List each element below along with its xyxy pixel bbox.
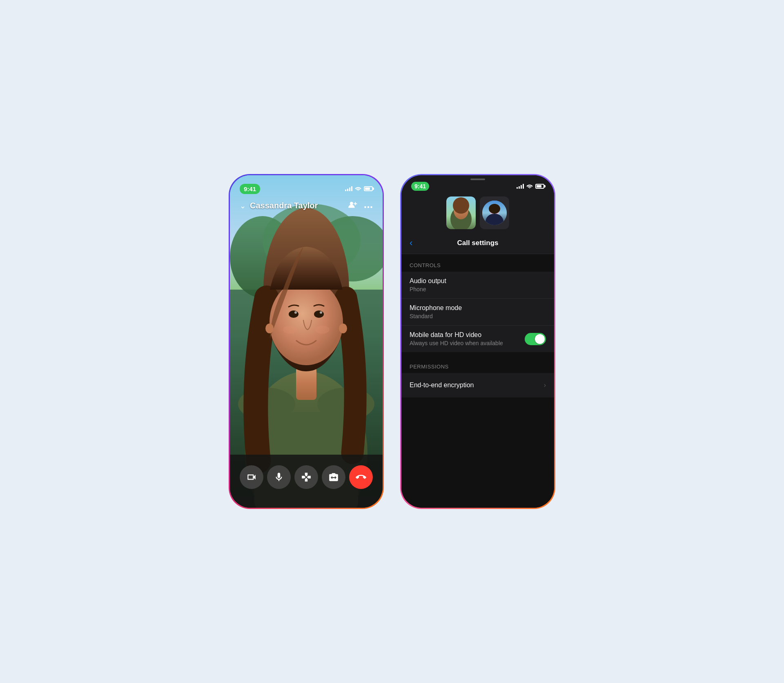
effects-button[interactable] — [294, 465, 318, 489]
left-phone-frame: 9:41 — [229, 174, 384, 509]
e2e-left: End-to-end encryption — [410, 382, 474, 389]
status-time-right: 9:41 — [411, 182, 429, 191]
svg-point-23 — [364, 206, 366, 208]
settings-content: Controls Audio output Phone M — [401, 254, 554, 508]
e2e-title: End-to-end encryption — [410, 382, 474, 389]
toggle-knob — [535, 334, 545, 344]
hd-video-item[interactable]: Mobile data for HD video Always use HD v… — [401, 326, 554, 352]
microphone-mode-subtitle: Standard — [410, 313, 462, 319]
chevron-down-icon[interactable]: ⌄ — [240, 201, 246, 210]
call-name-container: ⌄ Cassandra Taylor — [240, 201, 318, 210]
camera-flip-button[interactable] — [322, 465, 345, 489]
right-phone-frame: 9:41 — [400, 174, 555, 509]
svg-point-12 — [289, 310, 298, 318]
microphone-mode-item[interactable]: Microphone mode Standard — [401, 299, 554, 326]
signal-bar-r3 — [521, 185, 522, 189]
settings-header: ‹ Call settings — [401, 234, 554, 254]
video-button[interactable] — [240, 465, 263, 489]
status-icons-left — [345, 185, 373, 192]
audio-output-subtitle: Phone — [410, 286, 446, 292]
svg-point-13 — [314, 310, 324, 318]
add-person-icon[interactable] — [348, 201, 357, 211]
settings-screen: 9:41 — [401, 175, 554, 508]
signal-bar-2 — [347, 189, 348, 191]
thumb-2-svg — [482, 201, 507, 225]
battery-icon — [364, 186, 373, 191]
thumb-2-container — [480, 196, 509, 229]
chevron-right-icon: › — [544, 382, 546, 389]
right-phone-inner: 9:41 — [401, 175, 554, 508]
status-time-left: 9:41 — [240, 184, 260, 194]
audio-output-title: Audio output — [410, 277, 446, 285]
svg-point-15 — [320, 311, 322, 314]
svg-point-24 — [368, 206, 370, 208]
controls-section-header: Controls — [401, 254, 554, 272]
svg-rect-9 — [296, 367, 316, 400]
thumb-1 — [446, 196, 476, 229]
call-header: ⌄ Cassandra Taylor — [230, 196, 383, 215]
thumb-1-svg — [446, 196, 476, 229]
settings-title: Call settings — [457, 239, 498, 247]
status-icons-right — [517, 183, 544, 190]
signal-icon-right — [517, 184, 524, 189]
svg-point-29 — [453, 197, 469, 214]
audio-output-left: Audio output Phone — [410, 277, 446, 292]
e2e-encryption-item[interactable]: End-to-end encryption › — [401, 373, 554, 397]
mute-button[interactable] — [267, 465, 291, 489]
wifi-icon — [355, 185, 361, 192]
video-thumbnails — [446, 196, 509, 229]
call-actions — [348, 201, 373, 211]
hd-video-toggle[interactable] — [525, 333, 546, 345]
thumb-2-avatar — [482, 201, 507, 225]
caller-name: Cassandra Taylor — [250, 201, 318, 210]
svg-point-17 — [315, 326, 330, 334]
svg-point-16 — [283, 326, 298, 334]
battery-fill — [365, 187, 370, 190]
permissions-group: End-to-end encryption › — [401, 373, 554, 397]
page-container: 9:41 — [229, 174, 555, 509]
thumbnails-bar: 9:41 — [401, 175, 554, 234]
signal-bar-4 — [351, 186, 352, 191]
svg-point-25 — [370, 206, 372, 208]
svg-point-20 — [350, 202, 353, 205]
signal-bar-r4 — [523, 184, 524, 189]
signal-bar-1 — [345, 190, 346, 191]
battery-icon-right — [535, 184, 544, 189]
status-bar-left: 9:41 — [230, 175, 383, 196]
end-call-button[interactable] — [349, 465, 373, 489]
signal-icon — [345, 186, 352, 191]
permissions-section-header: Permissions — [401, 355, 554, 373]
signal-bar-r1 — [517, 187, 518, 189]
controls-group: Audio output Phone Microphone mode Stand… — [401, 272, 554, 352]
back-button[interactable]: ‹ — [410, 238, 412, 248]
microphone-mode-title: Microphone mode — [410, 304, 462, 312]
battery-fill-right — [537, 185, 541, 187]
signal-bar-r2 — [519, 186, 520, 189]
svg-point-11 — [270, 279, 343, 365]
signal-bar-3 — [349, 187, 350, 191]
call-controls — [230, 455, 383, 508]
microphone-mode-left: Microphone mode Standard — [410, 304, 462, 319]
left-phone-inner: 9:41 — [230, 175, 383, 508]
svg-point-14 — [294, 311, 297, 314]
svg-point-33 — [489, 204, 500, 214]
more-options-icon[interactable] — [364, 201, 373, 210]
video-call-background: 9:41 — [230, 175, 383, 508]
hd-video-subtitle: Always use HD video when available — [410, 340, 503, 346]
hd-video-left: Mobile data for HD video Always use HD v… — [410, 331, 503, 346]
svg-point-19 — [339, 324, 347, 333]
svg-point-18 — [265, 324, 274, 333]
hd-video-title: Mobile data for HD video — [410, 331, 503, 339]
wifi-icon-right — [526, 183, 533, 190]
audio-output-item[interactable]: Audio output Phone — [401, 272, 554, 299]
